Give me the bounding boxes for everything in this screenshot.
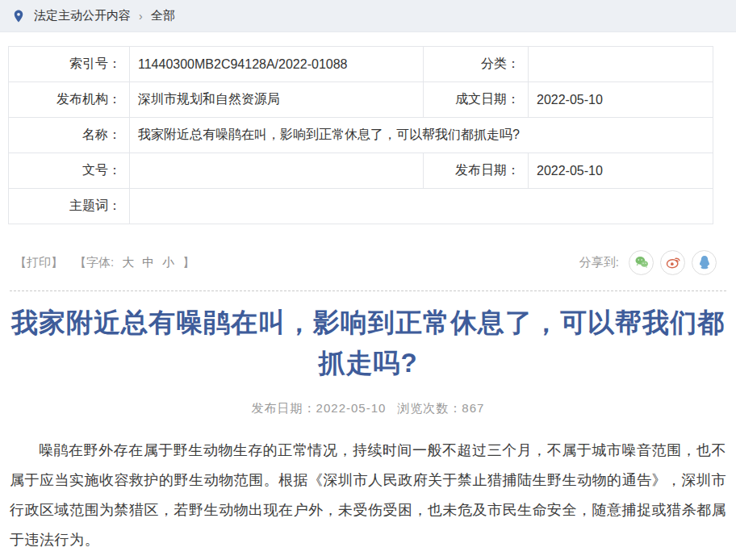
- breadcrumb: 法定主动公开内容 › 全部: [0, 0, 736, 32]
- publish-date-label: 发布日期：: [424, 153, 529, 189]
- qq-icon: [696, 254, 713, 270]
- doc-no-value: [130, 153, 424, 189]
- publish-date-meta-label: 发布日期：: [252, 401, 316, 415]
- share-weibo-button[interactable]: [660, 250, 685, 275]
- page-title: 我家附近总有噪鹃在叫，影响到正常休息了，可以帮我们都抓走吗?: [6, 303, 730, 383]
- doc-no-label: 文号：: [9, 153, 130, 189]
- breadcrumb-root-link[interactable]: 法定主动公开内容: [34, 8, 131, 23]
- index-no-label: 索引号：: [9, 47, 130, 82]
- font-suffix-label: 】: [182, 255, 194, 270]
- category-value: [529, 47, 713, 82]
- publish-date-meta-value: 2022-05-10: [316, 401, 387, 415]
- font-size-medium-button[interactable]: 中: [142, 255, 154, 270]
- written-date-value: 2022-05-10: [529, 82, 713, 118]
- article-body: 噪鹃在野外存在属于野生动物生存的正常情况，持续时间一般不超过三个月，不属于城市噪…: [10, 436, 726, 555]
- font-prefix-label: 【字体:: [74, 255, 114, 270]
- toolbar: 【打印】 【字体: 大 中 小 】 分享到:: [15, 249, 717, 276]
- page: 法定主动公开内容 › 全部 索引号： 11440300MB2C94128A/20…: [0, 0, 736, 560]
- subject-label: 主题词：: [9, 189, 130, 224]
- share-label: 分享到:: [579, 255, 619, 270]
- share-wechat-button[interactable]: [629, 250, 654, 275]
- share-area: 分享到:: [579, 250, 717, 275]
- views-meta-label: 浏览次数：: [397, 401, 462, 415]
- dashed-divider: [10, 290, 726, 291]
- publisher-label: 发布机构：: [9, 82, 130, 118]
- written-date-label: 成文日期：: [424, 82, 529, 118]
- location-pin-icon: [11, 9, 26, 23]
- article-meta: 发布日期：2022-05-10浏览次数：867: [0, 401, 736, 416]
- category-label: 分类：: [424, 47, 529, 82]
- font-size-control: 【字体: 大 中 小 】: [74, 255, 194, 270]
- table-row: 发布机构： 深圳市规划和自然资源局 成文日期： 2022-05-10: [9, 82, 713, 118]
- table-row: 索引号： 11440300MB2C94128A/2022-01088 分类：: [9, 47, 713, 82]
- name-value: 我家附近总有噪鹃在叫，影响到正常休息了，可以帮我们都抓走吗?: [130, 118, 713, 153]
- font-size-small-button[interactable]: 小: [162, 255, 174, 270]
- font-size-large-button[interactable]: 大: [122, 255, 134, 270]
- table-row: 主题词：: [9, 189, 713, 224]
- publish-date-value: 2022-05-10: [529, 153, 713, 189]
- wechat-icon: [634, 254, 650, 270]
- breadcrumb-current-link[interactable]: 全部: [151, 8, 175, 23]
- name-label: 名称：: [9, 118, 130, 153]
- publisher-value: 深圳市规划和自然资源局: [130, 82, 424, 118]
- weibo-icon: [665, 254, 681, 270]
- print-button[interactable]: 【打印】: [15, 255, 63, 270]
- breadcrumb-separator: ›: [139, 10, 143, 23]
- index-no-value: 11440300MB2C94128A/2022-01088: [130, 47, 424, 82]
- table-row: 文号： 发布日期： 2022-05-10: [9, 153, 713, 189]
- subject-value: [130, 189, 713, 224]
- views-meta-value: 867: [462, 401, 484, 415]
- info-table: 索引号： 11440300MB2C94128A/2022-01088 分类： 发…: [8, 46, 713, 224]
- table-row: 名称： 我家附近总有噪鹃在叫，影响到正常休息了，可以帮我们都抓走吗?: [9, 118, 713, 153]
- share-qq-button[interactable]: [692, 250, 717, 275]
